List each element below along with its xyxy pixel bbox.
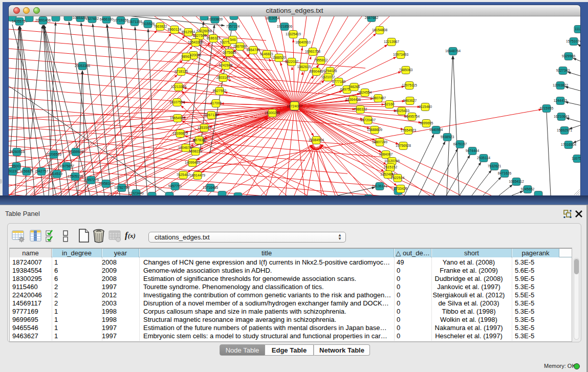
svg-text:18724007: 18724007 [287, 104, 302, 108]
svg-text:7485063: 7485063 [399, 68, 413, 72]
svg-text:7357224: 7357224 [226, 25, 240, 28]
svg-text:1640954: 1640954 [429, 128, 443, 132]
svg-text:8471626: 8471626 [498, 171, 512, 175]
svg-text:2687682: 2687682 [365, 16, 379, 19]
svg-text:16543362: 16543362 [188, 40, 203, 44]
svg-text:19166825: 19166825 [172, 132, 188, 135]
svg-text:9115460: 9115460 [419, 105, 432, 108]
svg-text:6479197: 6479197 [453, 142, 467, 146]
svg-text:8990448: 8990448 [310, 70, 323, 73]
svg-text:1362615: 1362615 [297, 65, 311, 69]
svg-text:10671355: 10671355 [127, 20, 142, 24]
svg-text:867833: 867833 [193, 138, 205, 142]
svg-text:9084067: 9084067 [379, 152, 393, 156]
svg-text:19756928: 19756928 [396, 144, 411, 147]
svg-text:29053346: 29053346 [75, 64, 90, 68]
svg-text:17359928: 17359928 [68, 150, 83, 154]
svg-text:13325419: 13325419 [286, 32, 301, 36]
svg-text:391191: 391191 [9, 169, 18, 173]
svg-text:1353594: 1353594 [198, 126, 211, 129]
svg-text:9242848: 9242848 [219, 63, 233, 67]
svg-text:1156829: 1156829 [20, 169, 33, 173]
svg-text:114519: 114519 [51, 172, 62, 176]
svg-text:12213967: 12213967 [384, 40, 399, 43]
svg-text:15720407: 15720407 [360, 118, 376, 122]
svg-text:1615152: 1615152 [384, 165, 398, 169]
svg-text:6794028: 6794028 [323, 69, 337, 73]
svg-text:7955812: 7955812 [314, 58, 328, 62]
svg-text:9457791: 9457791 [168, 184, 182, 188]
svg-text:21364436: 21364436 [345, 98, 361, 101]
svg-text:2935114: 2935114 [477, 156, 490, 160]
svg-text:417006: 417006 [210, 101, 222, 105]
svg-text:8912954: 8912954 [182, 30, 195, 34]
svg-text:116753: 116753 [572, 157, 580, 160]
svg-text:7986322: 7986322 [354, 107, 367, 111]
svg-text:16033809: 16033809 [207, 17, 223, 21]
svg-text:98961: 98961 [182, 55, 191, 58]
svg-text:3675685: 3675685 [223, 51, 236, 54]
svg-text:14099489: 14099489 [185, 161, 200, 164]
svg-text:19218506: 19218506 [277, 25, 292, 28]
svg-text:9463627: 9463627 [403, 99, 417, 102]
svg-text:8960124: 8960124 [168, 28, 182, 31]
svg-text:25260516: 25260516 [9, 150, 25, 154]
svg-text:3624554: 3624554 [358, 91, 372, 94]
svg-text:12975115: 12975115 [402, 83, 417, 87]
svg-text:10719155: 10719155 [113, 18, 128, 22]
svg-text:746266: 746266 [349, 85, 360, 89]
svg-text:16154808: 16154808 [372, 28, 387, 32]
svg-text:20691406: 20691406 [35, 18, 51, 22]
svg-text:2718126: 2718126 [175, 70, 188, 73]
svg-text:7632621: 7632621 [488, 164, 502, 168]
svg-text:9146821: 9146821 [260, 52, 274, 56]
svg-text:9329966: 9329966 [562, 54, 576, 58]
svg-text:17016504: 17016504 [561, 143, 576, 146]
svg-text:2942757: 2942757 [35, 169, 49, 173]
svg-text:19654985: 19654985 [170, 116, 185, 120]
svg-text:1588520: 1588520 [272, 56, 286, 59]
svg-text:15692971: 15692971 [557, 128, 572, 132]
svg-text:18300295: 18300295 [265, 111, 280, 115]
svg-text:2867608: 2867608 [233, 45, 247, 48]
svg-text:12213369: 12213369 [171, 85, 186, 89]
svg-text:8215955: 8215955 [540, 106, 554, 110]
svg-text:7515526: 7515526 [141, 22, 155, 26]
svg-text:1244415: 1244415 [554, 99, 568, 102]
svg-text:9427552: 9427552 [213, 89, 227, 93]
svg-text:8454749: 8454749 [247, 48, 260, 52]
svg-text:35001: 35001 [12, 164, 21, 168]
svg-text:2803144: 2803144 [216, 76, 230, 79]
svg-text:9227343: 9227343 [556, 69, 570, 72]
svg-text:16640910: 16640910 [295, 40, 311, 44]
svg-text:10688609: 10688609 [367, 128, 382, 132]
svg-text:12093822: 12093822 [553, 83, 568, 87]
svg-text:1733426: 1733426 [394, 187, 408, 190]
svg-text:16961758: 16961758 [305, 50, 320, 53]
svg-text:16914479: 16914479 [190, 173, 205, 177]
svg-text:10654112: 10654112 [509, 180, 524, 183]
svg-text:10807487: 10807487 [371, 96, 386, 100]
svg-text:10958107: 10958107 [98, 182, 114, 185]
svg-text:9327503: 9327503 [193, 34, 207, 37]
svg-text:15751074: 15751074 [566, 39, 580, 43]
svg-text:16210643: 16210643 [554, 115, 569, 118]
svg-text:11923446: 11923446 [128, 191, 144, 195]
svg-text:10973493: 10973493 [393, 53, 408, 56]
svg-text:16648764: 16648764 [445, 49, 461, 53]
svg-text:19384554: 19384554 [309, 138, 324, 142]
svg-text:7625402: 7625402 [177, 173, 190, 177]
svg-text:18807249: 18807249 [372, 140, 387, 144]
svg-text:10120746: 10120746 [384, 159, 400, 163]
svg-text:6466160: 6466160 [100, 17, 114, 21]
svg-text:1527602: 1527602 [85, 17, 99, 20]
svg-text:9245652: 9245652 [521, 187, 535, 191]
svg-text:8186323: 8186323 [207, 36, 221, 40]
svg-text:16495754: 16495754 [404, 115, 420, 118]
svg-text:15716485: 15716485 [203, 186, 218, 189]
svg-text:9699695: 9699695 [420, 121, 433, 125]
svg-text:7663822: 7663822 [154, 25, 167, 28]
svg-text:3267130: 3267130 [205, 113, 219, 117]
svg-text:5938923: 5938923 [441, 135, 454, 139]
svg-text:10025433: 10025433 [394, 109, 409, 113]
